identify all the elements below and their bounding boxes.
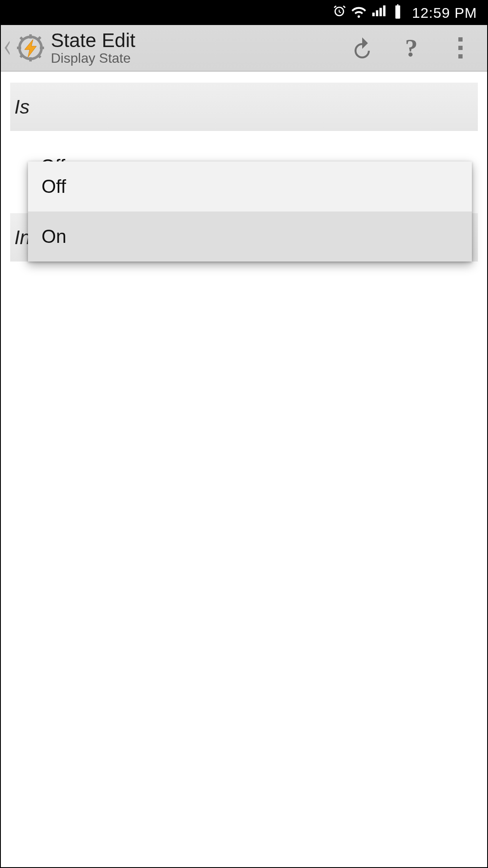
help-button[interactable]: ? — [388, 25, 435, 71]
section-header-is: Is — [10, 83, 478, 131]
menu-dot-icon — [458, 46, 463, 50]
help-icon: ? — [405, 33, 418, 63]
back-button[interactable] — [1, 39, 13, 57]
dropdown-option-on[interactable]: On — [28, 211, 472, 262]
action-bar-titles: State Edit Display State — [48, 30, 336, 65]
svg-rect-3 — [17, 47, 21, 49]
wifi-icon — [352, 4, 366, 22]
svg-rect-2 — [29, 57, 32, 61]
alarm-icon — [332, 4, 347, 22]
action-bar: State Edit Display State ? — [1, 25, 487, 72]
app-icon[interactable] — [15, 33, 46, 63]
page-title: State Edit — [51, 30, 336, 50]
signal-icon — [371, 4, 385, 22]
status-bar: 12:59 PM — [1, 1, 487, 25]
menu-dot-icon — [458, 54, 463, 58]
content-area: Is Off In Off On — [1, 72, 487, 262]
clock-text: 12:59 PM — [412, 5, 477, 21]
svg-rect-1 — [29, 34, 32, 39]
status-icons — [332, 4, 405, 22]
page-subtitle: Display State — [51, 51, 336, 66]
menu-dot-icon — [458, 37, 463, 42]
spinner-dropdown: Off On — [28, 161, 472, 262]
battery-icon — [391, 4, 405, 22]
svg-rect-4 — [40, 47, 44, 49]
overflow-menu-button[interactable] — [437, 25, 484, 71]
dropdown-option-off[interactable]: Off — [28, 161, 472, 211]
refresh-button[interactable] — [339, 25, 385, 71]
